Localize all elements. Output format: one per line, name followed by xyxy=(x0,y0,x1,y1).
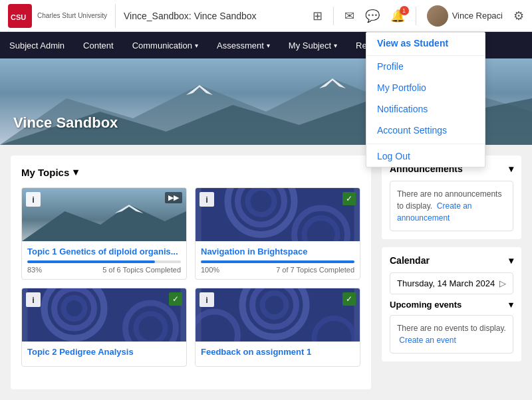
site-title: Vince_Sandbox: Vince Sandbox xyxy=(124,11,257,21)
mail-icon: ✉ xyxy=(344,9,354,23)
calendar-card: Calendar ▾ Thursday, 14 March 2024 ▷ Upc… xyxy=(382,247,521,361)
gear-icon-button[interactable]: ⚙ xyxy=(513,9,524,23)
user-avatar xyxy=(427,5,448,27)
progress-fill-2 xyxy=(201,260,354,263)
user-dropdown-menu: View as Student Profile My Portfolio Not… xyxy=(366,32,485,167)
gear-icon: ⚙ xyxy=(513,9,524,23)
chevron-down-icon: ▾ xyxy=(267,42,270,49)
topics-grid: i ▶▶ Topic 1 Genetics of diploid organis… xyxy=(21,187,360,367)
apps-icon-button[interactable]: ⊞ xyxy=(313,9,323,23)
progress-text-2: 100% 7 of 7 Topics Completed xyxy=(201,266,354,274)
upcoming-events-content: There are no events to display. Create a… xyxy=(390,315,513,353)
topic-info-icon: i xyxy=(26,192,41,207)
progress-bar-2 xyxy=(201,260,354,263)
progress-fill-1 xyxy=(27,260,155,263)
topic-info-2: Navigation in Brightspace 100% 7 of 7 To… xyxy=(196,241,360,279)
upcoming-collapse-button[interactable]: ▾ xyxy=(509,300,513,310)
progress-text-1: 83% 5 of 6 Topics Completed xyxy=(27,266,181,274)
topic-title-2: Navigation in Brightspace xyxy=(201,247,354,256)
no-events-text: There are no events to display. xyxy=(397,324,506,333)
calendar-collapse-button[interactable]: ▾ xyxy=(509,255,513,266)
progress-bar-1 xyxy=(27,260,181,263)
topic-thumbnail-4: i ✓ xyxy=(196,288,360,342)
divider xyxy=(333,7,334,25)
mountain-thumbnail xyxy=(22,188,186,241)
topic-thumbnail-1: i ▶▶ xyxy=(22,188,186,241)
topic-title-3: Topic 2 Pedigree Analysis xyxy=(27,347,181,357)
announcements-card: Announcements ▾ There are no announcemen… xyxy=(382,155,521,239)
right-panel: Announcements ▾ There are no announcemen… xyxy=(382,155,521,389)
user-menu-trigger[interactable]: Vince Repaci xyxy=(427,5,503,27)
topic-forward-badge: ▶▶ xyxy=(165,192,182,203)
topic-info-4: Feedback on assignment 1 xyxy=(196,342,360,366)
circles-thumbnail-3 xyxy=(22,288,186,342)
upcoming-events-header: Upcoming events ▾ xyxy=(390,300,513,310)
topic-title-4: Feedback on assignment 1 xyxy=(201,347,354,357)
calendar-title: Calendar xyxy=(390,255,430,266)
top-bar: CSU Charles Sturt University Vince_Sandb… xyxy=(0,0,532,32)
chevron-down-icon: ▾ xyxy=(195,42,198,49)
user-name-label: Vince Repaci xyxy=(452,11,503,21)
topic-title-1: Topic 1 Genetics of diploid organis... xyxy=(27,247,181,256)
circles-thumbnail-2 xyxy=(196,188,360,241)
dropdown-account-settings[interactable]: Account Settings xyxy=(366,120,485,141)
chevron-down-icon: ▾ xyxy=(334,42,337,49)
dropdown-my-portfolio[interactable]: My Portfolio xyxy=(366,77,485,98)
logo-area: CSU Charles Sturt University xyxy=(8,4,116,28)
calendar-date-display: Thursday, 14 March 2024 ▷ xyxy=(390,272,513,294)
nav-subject-admin[interactable]: Subject Admin xyxy=(0,32,74,58)
topic-check-badge-3: ✓ xyxy=(169,292,182,306)
chat-icon: 💬 xyxy=(365,9,380,23)
dropdown-profile[interactable]: Profile xyxy=(366,56,485,77)
create-event-link[interactable]: Create an event xyxy=(399,336,456,345)
dropdown-log-out[interactable]: Log Out xyxy=(366,144,485,167)
nav-content[interactable]: Content xyxy=(74,32,123,58)
circles-thumbnail-4 xyxy=(196,288,360,342)
topic-check-badge-4: ✓ xyxy=(342,292,356,306)
calendar-next-button[interactable]: ▷ xyxy=(499,278,506,288)
my-topics-label: My Topics xyxy=(21,167,69,178)
top-icons-group: ⊞ ✉ 💬 🔔 1 Vince Repaci ⚙ xyxy=(313,5,524,27)
svg-text:CSU: CSU xyxy=(11,13,26,21)
csu-logo: CSU xyxy=(8,4,32,28)
announcements-collapse-button[interactable]: ▾ xyxy=(509,163,513,174)
dropdown-notifications[interactable]: Notifications xyxy=(366,98,485,120)
topic-info-icon-2: i xyxy=(200,192,214,207)
avatar-image xyxy=(427,5,448,27)
topic-card-4[interactable]: i ✓ Feedback on assignment 1 xyxy=(195,288,360,367)
announcements-content: There are no announcements to display. C… xyxy=(390,181,513,231)
topics-panel: My Topics ▾ xyxy=(11,155,371,389)
topic-info-3: Topic 2 Pedigree Analysis xyxy=(22,342,186,366)
notification-badge: 1 xyxy=(400,6,409,15)
main-content: My Topics ▾ xyxy=(0,145,532,400)
topic-info-icon-3: i xyxy=(26,292,41,307)
calendar-date-text: Thursday, 14 March 2024 xyxy=(397,278,495,288)
calendar-header: Calendar ▾ xyxy=(390,255,513,266)
chat-icon-button[interactable]: 💬 xyxy=(365,9,380,23)
bell-icon-button[interactable]: 🔔 1 xyxy=(390,9,405,23)
topic-card-2[interactable]: i ✓ Navigation in Brightspace 100% 7 of … xyxy=(195,187,360,280)
nav-my-subject[interactable]: My Subject ▾ xyxy=(279,32,346,58)
nav-assessment[interactable]: Assessment ▾ xyxy=(207,32,279,58)
nav-communication[interactable]: Communication ▾ xyxy=(123,32,207,58)
topic-check-badge-2: ✓ xyxy=(342,192,356,205)
topic-thumbnail-3: i ✓ xyxy=(22,288,186,342)
mail-icon-button[interactable]: ✉ xyxy=(344,9,354,23)
topic-card-1[interactable]: i ▶▶ Topic 1 Genetics of diploid organis… xyxy=(21,187,187,280)
hero-title: Vince Sandbox xyxy=(13,114,118,132)
topic-info-icon-4: i xyxy=(200,292,214,307)
divider2 xyxy=(416,7,416,25)
topic-card-3[interactable]: i ✓ Topic 2 Pedigree Analysis xyxy=(21,288,187,367)
topic-thumbnail-2: i ✓ xyxy=(196,188,360,241)
topic-info-1: Topic 1 Genetics of diploid organis... 8… xyxy=(22,241,186,279)
university-name: Charles Sturt University xyxy=(37,11,107,20)
topics-collapse-button[interactable]: ▾ xyxy=(73,166,78,178)
upcoming-events-title: Upcoming events xyxy=(390,300,462,310)
dropdown-view-as-student[interactable]: View as Student xyxy=(366,33,485,56)
topics-panel-header: My Topics ▾ xyxy=(21,166,360,178)
grid-icon: ⊞ xyxy=(313,9,323,23)
